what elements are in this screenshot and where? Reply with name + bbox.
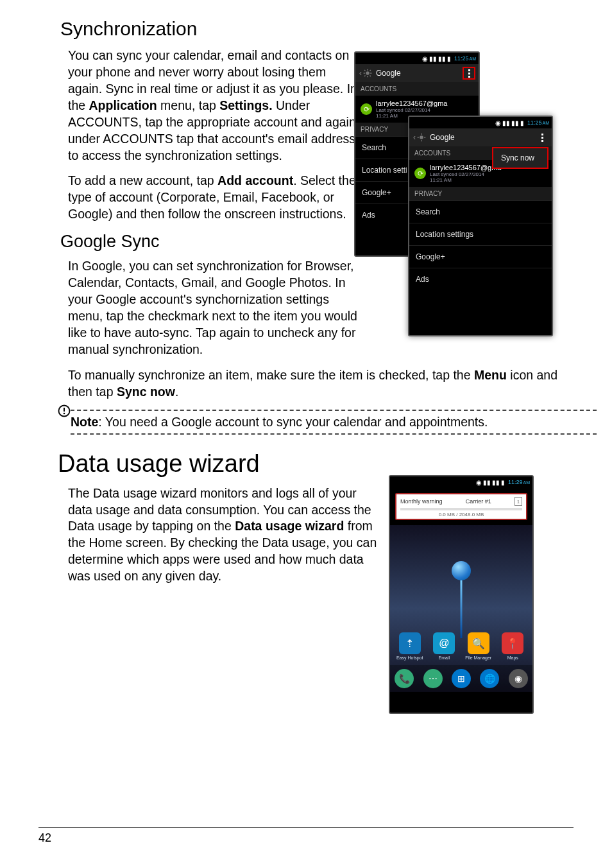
alert-icon xyxy=(58,404,71,417)
hotspot-icon: ⇡ xyxy=(399,632,421,654)
text: : You need a Google account to sync your… xyxy=(98,415,488,429)
account-last-synced-time: 11:21 AM xyxy=(430,177,501,183)
back-chevron-icon[interactable]: ‹ xyxy=(359,69,362,78)
list-item-location[interactable]: Location settings xyxy=(409,223,552,245)
section-header-privacy: PRIVACY xyxy=(409,187,552,200)
dock-messages-icon[interactable]: ⋯ xyxy=(423,669,443,688)
home-wallpaper: ⇡ Easy Hotspot @ Email 🔍 File Manager 📍 … xyxy=(390,525,532,692)
battery-icon: ▮ xyxy=(447,55,451,62)
app-label: Easy Hotspot xyxy=(396,655,423,660)
email-icon: @ xyxy=(433,632,455,654)
account-last-synced: Last synced 02/27/2014 xyxy=(376,107,447,113)
svg-point-2 xyxy=(64,412,65,414)
status-time: 11:25 xyxy=(527,119,542,126)
app-label: File Manager xyxy=(465,655,491,660)
svg-line-9 xyxy=(370,76,371,76)
search-icon: 🔍 xyxy=(468,632,489,654)
svg-line-11 xyxy=(370,70,371,71)
svg-point-3 xyxy=(366,71,370,75)
list-item-googleplus[interactable]: Google+ xyxy=(409,245,552,268)
action-bar-title: Google xyxy=(430,133,455,142)
overflow-menu-button[interactable] xyxy=(463,67,475,79)
status-ampm: AM xyxy=(543,121,550,125)
svg-line-8 xyxy=(364,70,365,71)
signal-icon: ▮▮ xyxy=(483,479,491,486)
app-email[interactable]: @ Email xyxy=(429,632,459,660)
status-bar: ◉ ▮▮ ▮▮ ▮ 11:25 AM xyxy=(355,53,479,64)
wifi-icon: ◉ xyxy=(476,479,482,486)
account-last-synced: Last synced 02/27/2014 xyxy=(430,171,501,177)
sim-icon: 1 xyxy=(514,497,522,506)
text-bold: Settings. xyxy=(219,98,272,112)
signal-icon: ▮▮ xyxy=(438,55,446,62)
action-bar-title: Google xyxy=(376,69,401,78)
signal-icon: ▮▮ xyxy=(511,119,519,126)
data-usage-top: Monthly warning Carrier #1 1 xyxy=(400,497,522,506)
status-ampm: AM xyxy=(470,56,477,61)
note-text: Note: You need a Google account to sync … xyxy=(64,411,574,433)
signal-icon: ▮▮ xyxy=(492,479,500,486)
para-sync-intro: You can sync your calendar, email and co… xyxy=(68,48,360,164)
dock-camera-icon[interactable]: ◉ xyxy=(509,669,528,688)
overflow-menu-button[interactable] xyxy=(536,132,548,143)
app-label: Email xyxy=(438,655,450,660)
status-time: 11:29 xyxy=(508,479,523,485)
dashed-divider xyxy=(71,433,597,435)
heading-synchronization: Synchronization xyxy=(60,18,574,40)
screenshot-sync-now: ◉ ▮▮ ▮▮ ▮ 11:25 AM ‹ Google Sync now ACC… xyxy=(408,116,553,336)
para-data-usage: The Data usage wizard monitors and logs … xyxy=(68,485,382,586)
text-bold: Add account xyxy=(217,173,293,187)
app-maps[interactable]: 📍 Maps xyxy=(497,632,528,660)
app-file-manager[interactable]: 🔍 File Manager xyxy=(463,632,494,660)
dock-apps-icon[interactable]: ⊞ xyxy=(452,669,471,688)
data-usage-carrier: Carrier #1 xyxy=(466,498,491,505)
app-shortcut-row: ⇡ Easy Hotspot @ Email 🔍 File Manager 📍 … xyxy=(390,632,532,660)
back-chevron-icon[interactable]: ‹ xyxy=(413,133,416,142)
text: menu, tap xyxy=(157,98,220,112)
action-bar: ‹ Google xyxy=(355,64,479,82)
list-item-ads[interactable]: Ads xyxy=(409,268,552,290)
account-email: larrylee1234567@gma xyxy=(376,100,447,107)
battery-icon: ▮ xyxy=(501,479,505,486)
svg-point-12 xyxy=(420,135,423,139)
dock-phone-icon[interactable]: 📞 xyxy=(395,669,414,688)
section-header-accounts: ACCOUNTS xyxy=(355,82,479,96)
app-label: Maps xyxy=(507,655,518,660)
text-bold: Menu xyxy=(474,368,507,382)
para-add-account: To add a new account, tap Add account. S… xyxy=(68,173,360,223)
popup-sync-now[interactable]: Sync now xyxy=(493,148,548,168)
account-email: larrylee1234567@gma xyxy=(430,164,501,171)
stream-graphic xyxy=(461,580,463,638)
signal-icon: ▮▮ xyxy=(429,55,437,62)
page-number: 42 xyxy=(38,827,574,845)
para-manual-sync: To manually synchronize an item, make su… xyxy=(68,367,585,401)
dock-browser-icon[interactable]: 🌐 xyxy=(480,669,499,688)
wifi-icon: ◉ xyxy=(495,119,501,126)
text: To manually synchronize an item, make su… xyxy=(68,368,474,382)
text-bold: Note xyxy=(71,415,98,429)
sync-icon: ⟳ xyxy=(361,103,372,115)
status-ampm: AM xyxy=(523,480,531,485)
data-usage-card[interactable]: Monthly warning Carrier #1 1 0.0 MB / 20… xyxy=(395,493,527,520)
maps-icon: 📍 xyxy=(502,632,523,654)
svg-line-10 xyxy=(364,76,365,76)
text-bold: Sync now xyxy=(117,385,175,399)
data-usage-progress xyxy=(400,508,522,510)
droplet-graphic xyxy=(452,561,471,580)
status-bar: ◉ ▮▮ ▮▮ ▮ 11:29 AM xyxy=(390,476,532,488)
text-bold: Application xyxy=(89,98,157,112)
text: To add a new account, tap xyxy=(68,173,217,187)
para-google-sync: In Google, you can set synchronization f… xyxy=(68,258,360,358)
action-bar: ‹ Google xyxy=(409,128,552,146)
data-usage-values: 0.0 MB / 2048.0 MB xyxy=(400,512,522,517)
gear-icon xyxy=(417,133,426,142)
note-block: Note: You need a Google account to sync … xyxy=(64,410,574,435)
dock: 📞 ⋯ ⊞ 🌐 ◉ xyxy=(390,665,532,692)
app-easy-hotspot[interactable]: ⇡ Easy Hotspot xyxy=(395,632,425,660)
gear-icon xyxy=(363,69,372,78)
status-time: 11:25 xyxy=(454,55,469,62)
wifi-icon: ◉ xyxy=(422,55,428,62)
list-item-search[interactable]: Search xyxy=(409,200,552,223)
heading-data-usage: Data usage wizard xyxy=(58,450,574,478)
text-bold: Data usage wizard xyxy=(235,519,344,533)
